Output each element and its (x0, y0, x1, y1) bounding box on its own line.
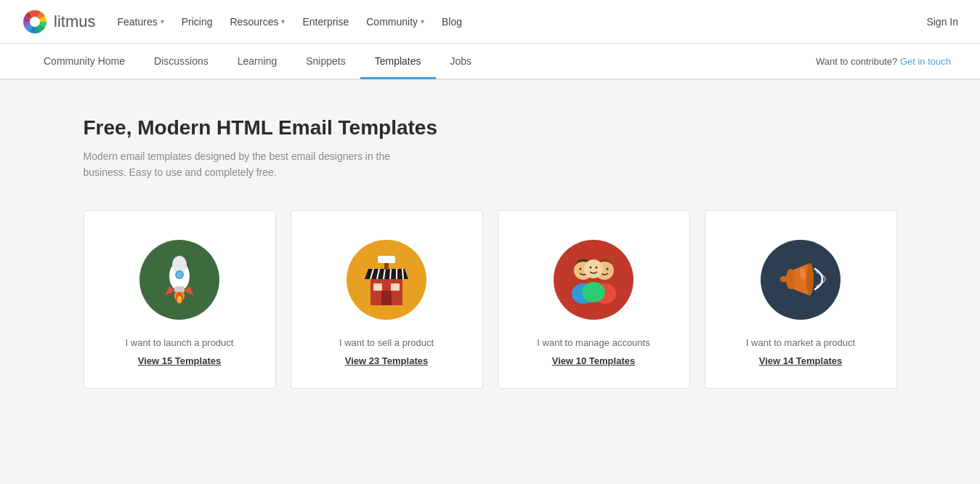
nav-item-resources[interactable]: Resources ▾ (230, 16, 286, 28)
card-market-link[interactable]: View 14 Templates (759, 355, 842, 366)
card-launch-product[interactable]: I want to launch a product View 15 Templ… (84, 210, 276, 389)
sub-nav-community-home[interactable]: Community Home (29, 44, 139, 79)
get-in-touch-link[interactable]: Get in touch (900, 56, 951, 67)
megaphone-icon (761, 240, 841, 320)
card-sell-product[interactable]: I want to sell a product View 23 Templat… (291, 210, 483, 389)
card-launch-link[interactable]: View 15 Templates (138, 355, 221, 366)
cards-grid: I want to launch a product View 15 Templ… (84, 210, 897, 389)
svg-rect-14 (381, 291, 392, 305)
main-content: Free, Modern HTML Email Templates Modern… (54, 80, 926, 425)
nav-item-features[interactable]: Features ▾ (117, 16, 163, 28)
card-sell-description: I want to sell a product (339, 337, 434, 348)
svg-point-1 (30, 17, 40, 27)
community-chevron-icon: ▾ (421, 17, 424, 25)
svg-point-5 (177, 272, 182, 278)
sub-navigation: Community Home Discussions Learning Snip… (0, 44, 980, 80)
svg-rect-25 (378, 256, 395, 263)
sub-nav-templates[interactable]: Templates (360, 44, 436, 79)
card-sell-link[interactable]: View 23 Templates (345, 355, 428, 366)
nav-item-pricing[interactable]: Pricing (182, 16, 213, 28)
contribute-section: Want to contribute? Get in touch (816, 56, 951, 67)
card-market-description: I want to market a product (746, 337, 855, 348)
logo-text: litmus (54, 12, 95, 31)
nav-item-blog[interactable]: Blog (442, 16, 462, 28)
features-chevron-icon: ▾ (161, 17, 164, 25)
sub-nav-learning[interactable]: Learning (223, 44, 292, 79)
sign-in-button[interactable]: Sign In (926, 16, 958, 28)
sub-nav-snippets[interactable]: Snippets (291, 44, 360, 79)
svg-point-34 (584, 259, 603, 278)
svg-point-12 (177, 296, 182, 303)
rocket-icon (139, 240, 219, 320)
svg-point-35 (589, 267, 591, 269)
svg-line-23 (402, 269, 403, 279)
nav-item-enterprise[interactable]: Enterprise (302, 16, 349, 28)
svg-line-21 (390, 269, 391, 279)
svg-rect-15 (373, 283, 382, 291)
people-icon (554, 240, 633, 320)
nav-item-community[interactable]: Community ▾ (366, 16, 424, 28)
logo[interactable]: litmus (22, 9, 95, 35)
svg-point-37 (582, 282, 605, 302)
svg-point-39 (806, 263, 814, 295)
resources-chevron-icon: ▾ (281, 17, 285, 25)
svg-point-36 (595, 267, 597, 269)
svg-rect-16 (391, 283, 400, 291)
svg-rect-41 (780, 276, 792, 282)
nav-left: litmus Features ▾ Pricing Resources ▾ En… (22, 9, 462, 35)
store-icon (347, 240, 426, 320)
sub-nav-discussions[interactable]: Discussions (139, 44, 223, 79)
nav-items: Features ▾ Pricing Resources ▾ Enterpris… (117, 16, 462, 28)
card-manage-accounts[interactable]: I want to manage accounts View 10 Templa… (498, 210, 690, 389)
top-navigation: litmus Features ▾ Pricing Resources ▾ En… (0, 0, 980, 44)
svg-rect-8 (174, 286, 185, 292)
svg-point-32 (606, 268, 608, 270)
sub-nav-items: Community Home Discussions Learning Snip… (29, 44, 486, 78)
svg-point-27 (579, 268, 581, 270)
card-market-product[interactable]: I want to market a product View 14 Templ… (705, 210, 897, 389)
sub-nav-jobs[interactable]: Jobs (436, 44, 487, 79)
card-launch-description: I want to launch a product (126, 337, 234, 348)
card-manage-description: I want to manage accounts (537, 337, 649, 348)
page-subtitle: Modern email templates designed by the b… (84, 148, 418, 181)
logo-icon (22, 9, 48, 35)
page-title: Free, Modern HTML Email Templates (84, 116, 897, 140)
card-manage-link[interactable]: View 10 Templates (552, 355, 635, 366)
